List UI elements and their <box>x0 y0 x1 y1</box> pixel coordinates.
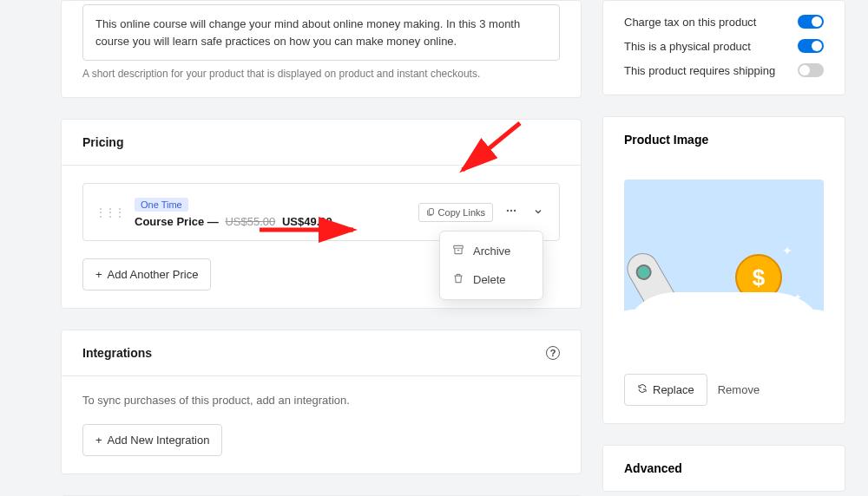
remove-button[interactable]: Remove <box>718 383 760 396</box>
shipping-card: Charge tax on this product This is a phy… <box>602 0 845 95</box>
annotation-arrow-1 <box>456 120 525 184</box>
integrations-card: Integrations ? To sync purchases of this… <box>61 330 582 474</box>
product-image-card: Product Image $ ✦ ✦ Rep <box>602 116 845 424</box>
archive-item[interactable]: Archive <box>440 237 542 265</box>
pricing-title: Pricing <box>82 135 123 149</box>
shipping-label: This product requires shipping <box>624 64 775 77</box>
add-integration-button[interactable]: + Add New Integration <box>82 424 222 456</box>
integrations-desc: To sync purchases of this product, add a… <box>62 376 581 424</box>
product-image-title: Product Image <box>603 117 845 162</box>
clipboard-icon <box>426 207 435 218</box>
integrations-title: Integrations <box>82 346 152 360</box>
svg-line-5 <box>463 123 520 170</box>
drag-handle-icon[interactable]: ⋮⋮⋮ <box>95 206 124 219</box>
product-image: $ ✦ ✦ <box>624 179 824 362</box>
tax-label: Charge tax on this product <box>624 16 756 29</box>
plus-icon: + <box>95 268 102 281</box>
expand-button[interactable] <box>529 202 547 223</box>
advanced-title: Advanced <box>603 446 845 491</box>
svg-point-2 <box>510 210 512 212</box>
svg-rect-4 <box>454 245 464 248</box>
description-text: This online course will change your mind… <box>95 17 520 48</box>
trash-icon <box>452 272 464 287</box>
description-help: A short description for your product tha… <box>82 68 560 80</box>
delete-item[interactable]: Delete <box>440 265 542 294</box>
svg-rect-0 <box>429 208 433 214</box>
physical-label: This is a physical product <box>624 40 751 53</box>
tax-toggle[interactable] <box>798 15 824 29</box>
refresh-icon <box>637 383 648 396</box>
physical-toggle[interactable] <box>798 39 824 53</box>
description-textarea[interactable]: This online course will change your mind… <box>82 4 560 61</box>
replace-button[interactable]: Replace <box>624 374 707 406</box>
svg-point-3 <box>514 210 516 212</box>
svg-point-1 <box>507 210 509 212</box>
plus-icon: + <box>95 434 102 447</box>
more-menu-button[interactable] <box>502 201 521 223</box>
add-price-button[interactable]: + Add Another Price <box>82 258 211 290</box>
price-name: Course Price <box>135 215 204 228</box>
help-icon[interactable]: ? <box>546 346 560 360</box>
shipping-toggle[interactable] <box>798 63 824 77</box>
annotation-arrow-2 <box>256 221 360 242</box>
price-dropdown: Archive Delete <box>439 231 543 300</box>
archive-icon <box>452 244 464 258</box>
copy-links-button[interactable]: Copy Links <box>418 203 493 222</box>
advanced-card: Advanced <box>602 445 845 492</box>
price-tag: One Time <box>135 198 188 212</box>
